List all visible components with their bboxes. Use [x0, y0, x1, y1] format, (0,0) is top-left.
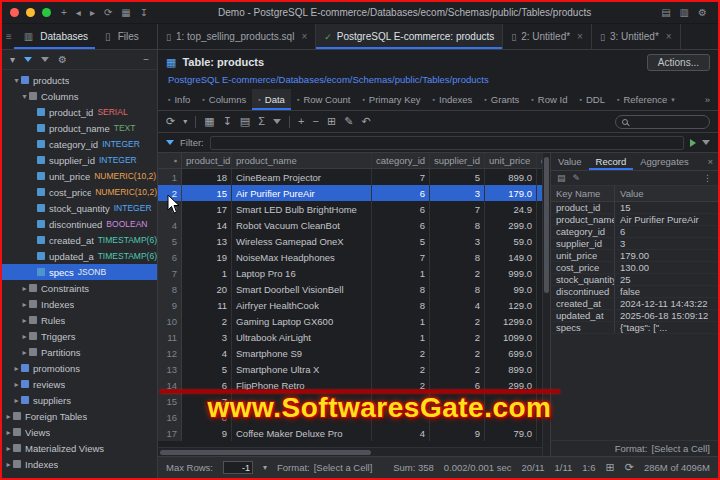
cell[interactable]: Smart LED Bulb BrightHome — [232, 201, 372, 217]
aggregate-sigma-icon[interactable]: Σ — [258, 116, 265, 127]
cell[interactable]: CineBeam Projector — [232, 169, 372, 185]
breadcrumb[interactable]: PostgreSQL E-commerce/Databases/ecom/Sch… — [158, 74, 718, 89]
export-icon[interactable]: ↧ — [137, 7, 151, 18]
cell[interactable]: 59.0 — [485, 233, 537, 249]
cell[interactable]: Wireless Gamepad OneX — [232, 233, 372, 249]
cell[interactable]: 4 — [182, 345, 232, 361]
tree-item-discontinued[interactable]: discontinuedBOOLEAN — [2, 216, 157, 232]
row-number[interactable]: 15 — [158, 393, 182, 409]
minimize-window-button[interactable] — [26, 8, 35, 17]
cell[interactable]: 5 — [430, 169, 485, 185]
row-number[interactable]: 12 — [158, 345, 182, 361]
chevron-right-icon[interactable]: ▸ — [12, 380, 21, 389]
row-number[interactable]: 8 — [158, 281, 182, 297]
cell[interactable]: 14 — [182, 217, 232, 233]
cell[interactable]: 18 — [182, 169, 232, 185]
delete-row-icon[interactable]: − — [313, 116, 319, 127]
row-number[interactable]: 5 — [158, 233, 182, 249]
record-row-updated_at[interactable]: updated_at2025-06-18 15:09:12 — [551, 310, 718, 322]
close-icon[interactable]: × — [301, 31, 307, 42]
cell[interactable]: 899.0 — [485, 169, 537, 185]
cell[interactable]: 1099.0 — [485, 329, 537, 345]
zoom-window-button[interactable] — [42, 8, 51, 17]
record-row-product_name[interactable]: product_nameAir Purifier PureAir — [551, 214, 718, 226]
cell[interactable]: Robot Vacuum CleanBot — [232, 217, 372, 233]
tab-row-id[interactable]: ▪Row Id — [525, 89, 573, 110]
tree-item-products[interactable]: ▾products — [2, 72, 157, 88]
cell[interactable]: 79.0 — [485, 425, 537, 441]
filter-input[interactable] — [210, 136, 684, 150]
cell[interactable]: 6 — [372, 201, 430, 217]
close-window-button[interactable] — [10, 8, 19, 17]
table-row[interactable]: 215Air Purifier PureAir63179.0 — [158, 185, 542, 201]
memory-grid-icon[interactable]: ⊞ — [606, 462, 615, 473]
tab-columns[interactable]: ▪Columns — [196, 89, 252, 110]
cell[interactable]: 20 — [182, 281, 232, 297]
collapse-all-icon[interactable]: − — [143, 55, 149, 65]
cell[interactable]: 8 — [430, 217, 485, 233]
cell[interactable]: 899.0 — [485, 361, 537, 377]
layout-icon[interactable]: ▤ — [658, 7, 673, 18]
cell[interactable]: 8 — [430, 249, 485, 265]
tree-item-indexes[interactable]: ▸Indexes — [2, 456, 157, 472]
cell[interactable]: 2 — [372, 361, 430, 377]
cell[interactable]: 6 — [372, 185, 430, 201]
cell[interactable]: 2 — [182, 313, 232, 329]
cell[interactable]: Laptop Pro 16 — [232, 265, 372, 281]
record-value[interactable]: Air Purifier PureAir — [615, 214, 718, 225]
chevron-down-icon[interactable]: ▾ — [20, 92, 29, 101]
format-value[interactable]: [Select a Cell] — [651, 443, 710, 454]
tree-item-constraints[interactable]: ▸Constraints — [2, 280, 157, 296]
record-value[interactable]: 15 — [615, 202, 718, 213]
cell[interactable]: NoiseMax Headphones — [232, 249, 372, 265]
grid-corner[interactable]: ▪ — [158, 153, 182, 168]
row-number[interactable]: 1 — [158, 169, 182, 185]
tab-data[interactable]: ▪Data — [252, 89, 291, 110]
chevron-right-icon[interactable]: ▸ — [12, 396, 21, 405]
table-row[interactable]: 135Smartphone Ultra X22899.0 — [158, 361, 542, 377]
tree-item-partitions[interactable]: ▸Partitions — [2, 344, 157, 360]
cell[interactable]: 24.9 — [485, 201, 537, 217]
refresh-icon[interactable]: ⟳ — [101, 7, 115, 18]
row-number[interactable]: 11 — [158, 329, 182, 345]
editor-tab[interactable]: ▯3: Untitled*× — [592, 24, 681, 49]
max-rows-dropdown-icon[interactable]: ▾ — [263, 464, 267, 472]
tab-reference[interactable]: ▪Reference▾ — [611, 89, 681, 110]
tree-item-supplier-id[interactable]: supplier_idINTEGER — [2, 152, 157, 168]
record-value[interactable]: 25 — [615, 274, 718, 285]
apply-filter-icon[interactable] — [690, 139, 696, 147]
tab-record[interactable]: Record — [589, 153, 634, 170]
forward-icon[interactable]: ▸ — [87, 7, 98, 18]
row-number[interactable]: 17 — [158, 425, 182, 441]
cell[interactable]: Smart Doorbell VisionBell — [232, 281, 372, 297]
insert-row-icon[interactable]: + — [298, 116, 304, 127]
column-header-unit_price[interactable]: unit_price — [485, 153, 537, 168]
record-edit-icon[interactable]: ✎ — [573, 173, 581, 183]
cell[interactable]: 1 — [372, 313, 430, 329]
cell[interactable]: 8 — [372, 281, 430, 297]
tree-item-stock-quantity[interactable]: stock_quantityINTEGER — [2, 200, 157, 216]
row-number[interactable]: 13 — [158, 361, 182, 377]
cell[interactable]: Smartphone Ultra X — [232, 361, 372, 377]
chevron-right-icon[interactable]: ▸ — [20, 332, 29, 341]
cell[interactable]: 1 — [372, 329, 430, 345]
cell[interactable]: 2 — [430, 361, 485, 377]
cell[interactable]: 3 — [430, 185, 485, 201]
undo-icon[interactable]: ↶ — [361, 116, 370, 127]
tree-item-triggers[interactable]: ▸Triggers — [2, 328, 157, 344]
record-row-specs[interactable]: specs{"tags": ["... — [551, 322, 718, 334]
table-row[interactable]: 513Wireless Gamepad OneX5359.0 — [158, 233, 542, 249]
cell[interactable]: 179.0 — [485, 185, 537, 201]
tree-item-materialized-views[interactable]: ▸Materialized Views — [2, 440, 157, 456]
database-icon[interactable]: ▥ — [677, 7, 692, 18]
cell[interactable]: 999.0 — [485, 265, 537, 281]
cell[interactable]: 149.0 — [485, 249, 537, 265]
tab-overflow-icon[interactable]: » — [701, 89, 714, 110]
table-row[interactable]: 820Smart Doorbell VisionBell8899.0 — [158, 281, 542, 297]
tab-indexes[interactable]: ▪Indexes — [427, 89, 479, 110]
cell[interactable]: 2 — [430, 265, 485, 281]
record-row-created_at[interactable]: created_at2024-12-11 14:43:22 — [551, 298, 718, 310]
cell[interactable]: 699.0 — [485, 345, 537, 361]
tree-item-updated-at[interactable]: updated_atTIMESTAMP(6) — [2, 248, 157, 264]
chevron-right-icon[interactable]: ▸ — [20, 348, 29, 357]
